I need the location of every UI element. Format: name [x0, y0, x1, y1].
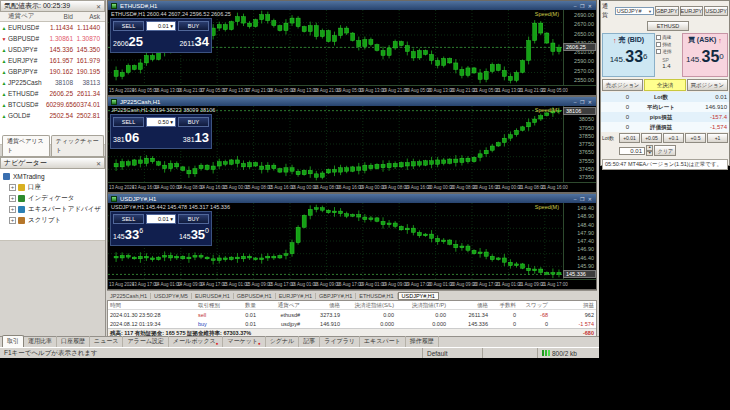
checkbox-icon[interactable]	[656, 42, 661, 47]
buy-button[interactable]: BUY	[178, 117, 209, 127]
sell-button[interactable]: SELL	[113, 214, 144, 224]
symbol-button[interactable]: ETHUSD	[647, 21, 689, 31]
navigator-item[interactable]: +エキスパートアドバイザ	[3, 204, 105, 215]
chart-window-tab[interactable]: EURJPY#,H1	[276, 293, 316, 299]
order-option[interactable]: 指値	[656, 41, 671, 48]
expand-icon[interactable]: +	[9, 217, 16, 224]
trade-row[interactable]: 2024.01.30 23:50:28sell0.01ethusd#3273.1…	[108, 310, 596, 319]
lot-increment-button[interactable]: +0.1	[663, 133, 684, 143]
sell-button[interactable]: SELL	[113, 21, 144, 31]
chart-titlebar[interactable]: ETHUSD#,H1– ❐ ✕	[108, 1, 596, 10]
terminal-tab[interactable]: メールボックス●	[169, 336, 224, 347]
chart-window-tab[interactable]: EURUSD#,H1	[192, 293, 234, 299]
status-connection[interactable]: 800/2 kb	[537, 348, 599, 358]
trade-row[interactable]: 2024.08.12 01:19:34buy0.01usdjpy#146.910…	[108, 319, 596, 328]
close-buy-positions-button[interactable]: 買ポジション	[687, 79, 728, 91]
terminal-tab[interactable]: 操作履歴	[406, 336, 439, 347]
symbol-button[interactable]: GBPJPY	[655, 6, 679, 16]
close-icon[interactable]: ✕	[96, 3, 101, 10]
order-option[interactable]: 両建	[656, 34, 671, 41]
market-watch-tab[interactable]: ティックチャート	[51, 135, 104, 156]
column-header[interactable]: スワップ	[518, 302, 550, 309]
chart-canvas[interactable]: USDJPY#,H1 145.442 145.478 145.317 145.3…	[108, 203, 596, 279]
navigator-item[interactable]: +口座	[3, 182, 105, 193]
navigator-item[interactable]: +スクリプト	[3, 215, 105, 226]
terminal-tab[interactable]: アラーム設定	[123, 336, 168, 347]
window-controls[interactable]: – ❐ ✕	[574, 99, 593, 105]
column-header[interactable]: 手数料	[490, 302, 518, 309]
lot-input[interactable]: 0.50 ▾	[146, 117, 176, 127]
column-header[interactable]: 通貨ペア	[258, 302, 302, 309]
chart-window-tab[interactable]: GBPJPY#,H1	[316, 293, 356, 299]
chart-canvas[interactable]: ETHUSD#,H1 2600.44 2607.24 2596.52 2606.…	[108, 10, 596, 85]
window-controls[interactable]: – ❐ ✕	[574, 3, 593, 9]
column-header[interactable]: 数量	[232, 302, 258, 309]
navigator-item[interactable]: +インディケータ	[3, 193, 105, 204]
ask-box[interactable]: 買 (ASK) ↑ 145.350	[682, 33, 728, 77]
lot-increment-button[interactable]: +0.5	[685, 133, 706, 143]
symbol-button[interactable]: EURJPY	[680, 6, 704, 16]
market-watch-row[interactable]: ▲EURJPY#161.957161.979	[0, 55, 105, 66]
terminal-tab[interactable]: 記事	[299, 336, 320, 347]
terminal-tab[interactable]: 口座履歴	[57, 336, 90, 347]
market-watch-row[interactable]: ▲GOLD#2502.542502.81	[0, 110, 105, 121]
market-watch-row[interactable]: ▲GBPJPY#190.162190.195	[0, 66, 105, 77]
market-watch-row[interactable]: ▼GBPUSD#1.308611.30870	[0, 33, 105, 44]
market-watch-tab[interactable]: 通貨ペアリスト	[2, 135, 50, 156]
chart-window-tab[interactable]: GBPUSD#,H1	[234, 293, 276, 299]
terminal-tab[interactable]: 運用比率	[24, 336, 57, 347]
terminal-tab[interactable]: シグナル	[266, 336, 300, 347]
checkbox-icon[interactable]	[656, 35, 661, 40]
order-option[interactable]: 逆指	[656, 48, 671, 55]
market-watch-row[interactable]: ▲BTCUSD#60299.6560374.01	[0, 99, 105, 110]
chart-window-tab[interactable]: USDJPY#,H1	[398, 292, 439, 300]
navigator-root[interactable]: XMTrading	[3, 171, 105, 182]
lot-increment-button[interactable]: +1	[707, 133, 728, 143]
lot-input[interactable]: 0.01	[619, 147, 645, 155]
close-all-button[interactable]: 全決済	[644, 79, 685, 91]
market-watch-row[interactable]: ▲USDJPY#145.336145.350	[0, 44, 105, 55]
sell-button[interactable]: SELL	[113, 117, 144, 127]
chart-window-tab[interactable]: ETHUSD#,H1	[356, 293, 397, 299]
expand-icon[interactable]: +	[9, 195, 16, 202]
chart-titlebar[interactable]: USDJPY#,H1– ❐ ✕	[108, 194, 596, 203]
close-icon[interactable]: ✕	[96, 160, 101, 167]
column-header[interactable]: 取引種別	[196, 302, 232, 309]
lot-stepper[interactable]: ▲▼	[646, 145, 653, 156]
lot-input[interactable]: 0.01 ▾	[146, 214, 176, 224]
lot-input[interactable]: 0.01 ▾	[146, 21, 176, 31]
chart-titlebar[interactable]: JP225Cash,H1– ❐ ✕	[108, 97, 596, 106]
lot-increment-button[interactable]: +0.05	[641, 133, 662, 143]
market-watch-row[interactable]: ▲ETHUSD#2606.252611.34	[0, 88, 105, 99]
chart-window-tab[interactable]: USDJPY#,M5	[151, 293, 192, 299]
terminal-tab[interactable]: 取引	[2, 335, 24, 347]
lot-increment-button[interactable]: +0.01	[619, 133, 640, 143]
expand-icon[interactable]: +	[9, 184, 16, 191]
clear-button[interactable]: クリア	[654, 145, 676, 156]
close-sell-positions-button[interactable]: 売ポジション	[602, 79, 643, 91]
terminal-tab[interactable]: マーケット●	[223, 336, 265, 347]
expand-icon[interactable]: +	[9, 206, 16, 213]
chart-window-tab[interactable]: JP225Cash,H1	[107, 293, 151, 299]
buy-button[interactable]: BUY	[178, 21, 209, 31]
status-profile[interactable]: Default	[422, 348, 482, 358]
checkbox-icon[interactable]	[656, 49, 661, 54]
chart-canvas[interactable]: JP225Cash,H1 38194 38222 38099 38106Spee…	[108, 106, 596, 182]
market-watch-row[interactable]: ▲EURUSD#1.114341.11440	[0, 22, 105, 33]
column-header[interactable]: 価格	[302, 302, 342, 309]
time-tick: 21 Aug 17:00	[541, 282, 568, 287]
column-header[interactable]: 損益	[550, 302, 596, 309]
column-header[interactable]: 価格	[448, 302, 490, 309]
symbol-button[interactable]: USDJPY	[704, 6, 728, 16]
terminal-tab[interactable]: ライブラリ	[320, 336, 360, 347]
column-header[interactable]: 決済指値(T/P)	[396, 302, 448, 309]
column-header[interactable]: 時間	[108, 302, 196, 309]
column-header[interactable]: 決済逆指値(S/L)	[342, 302, 396, 309]
bid-box[interactable]: ↑ 売 (BID) 145.336	[602, 33, 655, 77]
window-controls[interactable]: – ❐ ✕	[574, 196, 593, 202]
terminal-tab[interactable]: ニュース	[90, 336, 123, 347]
buy-button[interactable]: BUY	[178, 214, 209, 224]
market-watch-row[interactable]: ▲JP225Cash3810838113	[0, 77, 105, 88]
terminal-tab[interactable]: エキスパート	[360, 336, 406, 347]
symbol-dropdown[interactable]: USDJPY# ▼	[615, 7, 654, 15]
